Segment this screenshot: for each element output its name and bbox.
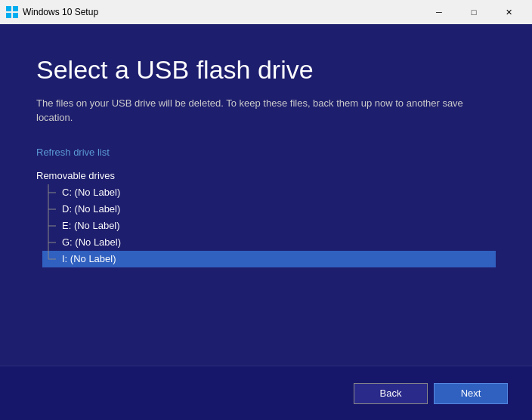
titlebar: Windows 10 Setup ─ □ ✕ (0, 0, 532, 24)
svg-rect-0 (6, 6, 11, 11)
tree-root-label: Removable drives (36, 170, 496, 181)
drive-item[interactable]: I: (No Label) (42, 251, 496, 267)
close-button[interactable]: ✕ (491, 0, 526, 24)
next-button[interactable]: Next (434, 383, 508, 404)
svg-rect-3 (13, 13, 18, 18)
titlebar-controls: ─ □ ✕ (422, 0, 526, 24)
app-icon (6, 6, 18, 18)
svg-rect-1 (13, 6, 18, 11)
refresh-drive-list-link[interactable]: Refresh drive list (36, 147, 496, 158)
svg-rect-2 (6, 13, 11, 18)
maximize-button[interactable]: □ (456, 0, 491, 24)
footer: Back Next (0, 366, 532, 420)
drive-item[interactable]: E: (No Label) (42, 218, 496, 234)
back-button[interactable]: Back (354, 383, 428, 404)
drive-item[interactable]: C: (No Label) (42, 184, 496, 201)
page-subtitle: The files on your USB drive will be dele… (36, 96, 496, 125)
minimize-button[interactable]: ─ (422, 0, 456, 24)
drive-item[interactable]: D: (No Label) (42, 201, 496, 218)
main-content: Select a USB flash drive The files on yo… (0, 24, 532, 420)
drive-item[interactable]: G: (No Label) (42, 234, 496, 251)
titlebar-title: Windows 10 Setup (23, 7, 422, 17)
drive-tree: C: (No Label)D: (No Label)E: (No Label)G… (42, 184, 496, 267)
page-title: Select a USB flash drive (36, 54, 496, 85)
